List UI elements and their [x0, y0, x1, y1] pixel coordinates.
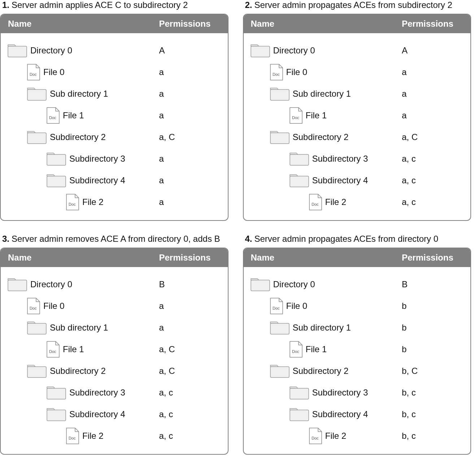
folder-icon — [250, 276, 270, 292]
label-cell: DocFile 0 — [250, 64, 402, 81]
tree-row: Directory 0A — [250, 40, 464, 61]
tree-row: DocFile 1a, C — [7, 339, 221, 360]
step-caption: 4.Server admin propagates ACEs from dire… — [245, 234, 471, 244]
item-label: File 1 — [63, 110, 84, 121]
item-label: File 0 — [43, 67, 65, 77]
column-header-permissions: Permissions — [159, 253, 221, 263]
doc-icon: Doc — [309, 427, 322, 445]
column-header-permissions: Permissions — [402, 253, 463, 263]
tree-row: Subdirectory 4a — [7, 170, 221, 191]
permission-cell: a — [159, 89, 221, 99]
tree-row: DocFile 0a — [250, 61, 464, 83]
permission-cell: a — [159, 175, 221, 185]
item-label: Subdirectory 2 — [50, 366, 106, 376]
tree-row: Subdirectory 3a, c — [250, 148, 464, 170]
permission-cell: a — [159, 154, 221, 164]
item-label: Subdirectory 3 — [69, 388, 125, 398]
folder-icon — [46, 406, 66, 422]
label-cell: DocFile 1 — [250, 107, 402, 124]
item-label: File 0 — [286, 301, 308, 311]
label-cell: Sub directory 1 — [7, 320, 159, 336]
item-label: Subdirectory 3 — [312, 388, 368, 398]
svg-text:Doc: Doc — [49, 349, 56, 354]
tree-row: DocFile 1b — [250, 339, 464, 360]
item-label: Subdirectory 2 — [293, 132, 349, 142]
doc-icon: Doc — [289, 107, 303, 124]
label-cell: Subdirectory 2 — [250, 363, 402, 379]
tree-row: Sub directory 1a — [250, 83, 464, 105]
tree-row: Sub directory 1b — [250, 317, 464, 339]
permissions-panel: NamePermissionsDirectory 0ADocFile 0aSub… — [243, 14, 471, 221]
label-cell: Subdirectory 3 — [250, 151, 402, 167]
step-caption: 2.Server admin propagates ACEs from subd… — [245, 0, 471, 10]
column-header-name: Name — [251, 19, 402, 29]
tree-row: DocFile 2a, c — [7, 425, 221, 447]
permission-cell: a, c — [402, 154, 463, 164]
permission-cell: a, c — [159, 388, 221, 398]
folder-icon — [270, 129, 290, 145]
column-header-name: Name — [251, 253, 402, 263]
tree-row: Subdirectory 2a, C — [7, 360, 221, 382]
label-cell: DocFile 1 — [250, 341, 402, 358]
permission-cell: a — [159, 110, 221, 121]
permission-cell: a, C — [159, 344, 221, 354]
tree-row: DocFile 0a — [7, 61, 221, 83]
permission-cell: b — [402, 344, 463, 354]
permission-cell: B — [402, 279, 463, 289]
folder-icon — [250, 43, 270, 58]
tree-row: DocFile 2a, c — [250, 191, 464, 213]
step-caption: 1.Server admin applies ACE C to subdirec… — [2, 0, 229, 10]
column-header-permissions: Permissions — [159, 19, 221, 29]
doc-icon: Doc — [27, 297, 40, 315]
label-cell: Sub directory 1 — [250, 86, 402, 102]
tree: Directory 0BDocFile 0aSub directory 1aDo… — [1, 267, 228, 454]
permission-cell: a, C — [159, 366, 221, 376]
permission-cell: a — [402, 110, 463, 121]
folder-icon — [289, 173, 309, 188]
doc-icon: Doc — [309, 193, 322, 211]
permission-cell: b — [402, 301, 463, 311]
item-label: Directory 0 — [30, 45, 72, 56]
step-number: 2. — [245, 0, 252, 10]
label-cell: Sub directory 1 — [7, 86, 159, 102]
doc-icon: Doc — [289, 341, 303, 358]
permission-cell: b, c — [402, 388, 463, 398]
label-cell: DocFile 0 — [7, 297, 159, 315]
tree-row: DocFile 0a — [7, 295, 221, 317]
item-label: Subdirectory 4 — [312, 175, 368, 185]
label-cell: Subdirectory 4 — [7, 406, 159, 422]
tree-row: Directory 0B — [7, 274, 221, 295]
tree-row: Subdirectory 2a, C — [7, 126, 221, 148]
item-label: Subdirectory 3 — [312, 154, 368, 164]
folder-icon — [270, 320, 290, 336]
diagram-root: 1.Server admin applies ACE C to subdirec… — [0, 0, 474, 458]
step-4: 4.Server admin propagates ACEs from dire… — [243, 234, 471, 455]
permission-cell: A — [159, 45, 221, 56]
svg-text:Doc: Doc — [30, 72, 37, 77]
permission-cell: a, c — [402, 175, 463, 185]
item-label: File 1 — [63, 344, 84, 354]
panel-header: NamePermissions — [244, 14, 471, 33]
tree-row: DocFile 2a — [7, 191, 221, 213]
label-cell: Subdirectory 3 — [250, 385, 402, 401]
step-caption-text: Server admin propagates ACEs from direct… — [255, 234, 439, 244]
label-cell: Subdirectory 4 — [250, 173, 402, 188]
label-cell: Directory 0 — [250, 43, 402, 58]
step-caption-text: Server admin applies ACE C to subdirecto… — [12, 0, 188, 10]
permission-cell: B — [159, 279, 221, 289]
folder-icon — [289, 151, 309, 167]
label-cell: DocFile 1 — [7, 107, 159, 124]
permission-cell: a, c — [159, 409, 221, 419]
permission-cell: b, c — [402, 431, 463, 441]
doc-icon: Doc — [66, 193, 79, 211]
doc-icon: Doc — [66, 427, 79, 445]
tree-row: Directory 0A — [7, 40, 221, 61]
doc-icon: Doc — [46, 341, 60, 358]
permission-cell: a — [402, 67, 463, 77]
svg-text:Doc: Doc — [30, 306, 37, 310]
svg-text:Doc: Doc — [49, 115, 56, 120]
item-label: File 2 — [325, 431, 347, 441]
permission-cell: a — [159, 197, 221, 207]
label-cell: DocFile 2 — [250, 427, 402, 445]
tree: Directory 0ADocFile 0aSub directory 1aDo… — [1, 33, 228, 220]
